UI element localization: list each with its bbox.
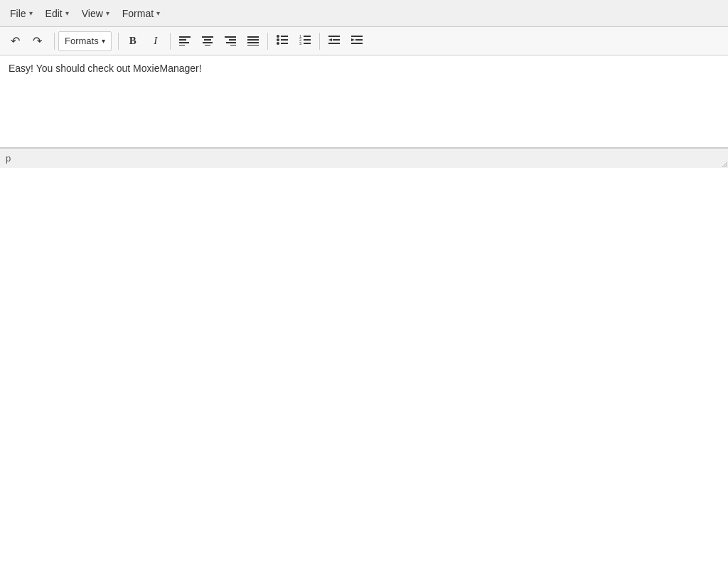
resize-handle[interactable]: [718, 158, 728, 168]
svg-rect-4: [202, 36, 213, 38]
align-right-icon: [225, 36, 236, 47]
separator-2: [118, 33, 119, 50]
align-justify-icon: [247, 36, 259, 47]
italic-button[interactable]: I: [145, 31, 166, 51]
redo-icon: ↷: [33, 34, 42, 48]
separator-1: [54, 33, 55, 50]
separator-4: [267, 33, 268, 50]
editor-area[interactable]: Easy! You should check out MoxieManager!: [0, 55, 728, 148]
undo-button[interactable]: ↶: [4, 31, 26, 51]
svg-rect-31: [328, 43, 340, 44]
align-justify-button[interactable]: [242, 31, 264, 51]
ordered-list-icon: 1. 2. 3.: [299, 35, 311, 47]
svg-rect-10: [226, 42, 236, 43]
svg-rect-15: [247, 45, 259, 46]
svg-text:3.: 3.: [299, 41, 302, 45]
menu-bar: File ▾ Edit ▾ View ▾ Format ▾: [0, 0, 728, 27]
unordered-list-icon: [277, 35, 288, 47]
svg-rect-7: [205, 45, 210, 46]
svg-rect-19: [281, 39, 288, 41]
bold-button[interactable]: B: [122, 31, 144, 51]
separator-3: [170, 33, 171, 50]
status-bar: p: [0, 148, 728, 168]
separator-5: [319, 33, 320, 50]
svg-rect-2: [179, 42, 189, 43]
svg-rect-0: [179, 36, 191, 38]
toolbar: ↶ ↷ Formats ▾ B I: [0, 27, 728, 55]
menu-format[interactable]: Format ▾: [117, 5, 166, 22]
unordered-list-button[interactable]: [272, 31, 293, 51]
svg-rect-12: [247, 36, 259, 38]
svg-rect-32: [351, 36, 363, 37]
menu-view[interactable]: View ▾: [76, 5, 115, 22]
svg-rect-9: [229, 39, 236, 41]
svg-marker-29: [328, 38, 332, 41]
svg-point-16: [277, 35, 279, 38]
svg-rect-28: [328, 36, 340, 37]
menu-edit-caret: ▾: [65, 9, 69, 17]
menu-format-caret: ▾: [156, 9, 160, 17]
align-center-button[interactable]: [197, 31, 218, 51]
outdent-button[interactable]: [323, 31, 345, 51]
svg-rect-3: [179, 45, 185, 46]
svg-rect-11: [230, 45, 236, 46]
menu-file-label: File: [10, 8, 26, 19]
svg-rect-34: [355, 39, 363, 41]
svg-point-20: [277, 42, 279, 45]
svg-rect-8: [225, 36, 236, 38]
svg-rect-13: [247, 39, 259, 41]
menu-edit[interactable]: Edit ▾: [40, 5, 75, 22]
undo-redo-group: ↶ ↷: [4, 31, 48, 51]
svg-rect-35: [351, 43, 363, 44]
svg-rect-14: [247, 42, 259, 43]
ordered-list-button[interactable]: 1. 2. 3.: [294, 31, 316, 51]
indent-button[interactable]: [346, 31, 368, 51]
align-left-button[interactable]: [174, 31, 196, 51]
svg-rect-27: [304, 43, 311, 44]
menu-file[interactable]: File ▾: [4, 5, 38, 22]
menu-edit-label: Edit: [46, 8, 63, 19]
svg-rect-6: [203, 42, 213, 43]
menu-format-label: Format: [122, 8, 154, 19]
menu-view-label: View: [82, 8, 103, 19]
svg-rect-23: [304, 36, 311, 37]
bold-icon: B: [129, 35, 136, 47]
redo-button[interactable]: ↷: [26, 31, 48, 51]
outdent-icon: [328, 35, 340, 47]
element-path: p: [6, 153, 11, 164]
svg-marker-33: [351, 38, 355, 41]
indent-icon: [351, 35, 363, 47]
align-left-icon: [179, 36, 191, 47]
svg-rect-17: [281, 36, 288, 37]
svg-rect-21: [281, 43, 288, 44]
formats-caret: ▾: [102, 37, 105, 45]
svg-point-18: [277, 38, 279, 41]
svg-line-38: [727, 166, 727, 167]
svg-rect-25: [304, 39, 311, 41]
formats-dropdown[interactable]: Formats ▾: [58, 31, 112, 51]
italic-icon: I: [154, 35, 157, 47]
undo-icon: ↶: [11, 34, 20, 48]
formats-label: Formats: [65, 36, 99, 46]
menu-view-caret: ▾: [106, 9, 109, 17]
svg-rect-30: [333, 39, 340, 41]
menu-file-caret: ▾: [29, 9, 33, 17]
align-right-button[interactable]: [220, 31, 241, 51]
svg-rect-1: [179, 39, 186, 41]
editor-paragraph: Easy! You should check out MoxieManager!: [9, 61, 719, 76]
align-center-icon: [202, 36, 213, 47]
svg-rect-5: [204, 39, 211, 41]
